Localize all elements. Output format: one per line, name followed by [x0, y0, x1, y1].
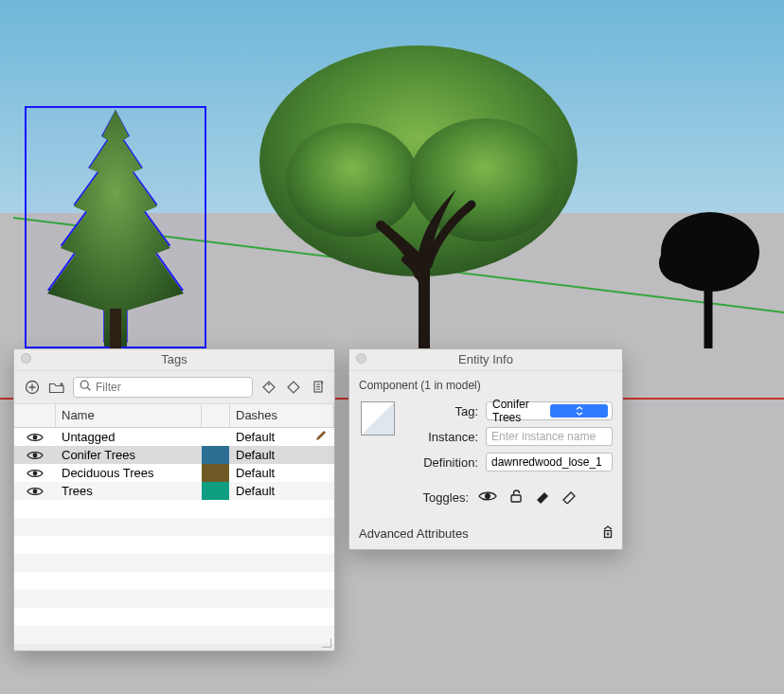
tag-row[interactable]: TreesDefault — [14, 482, 334, 500]
tags-search-input[interactable] — [96, 381, 246, 394]
pencil-icon — [314, 429, 328, 445]
tag-color-swatch[interactable] — [202, 446, 229, 464]
empty-row — [14, 536, 334, 554]
svg-point-15 — [32, 489, 37, 493]
tag-dash[interactable]: Default — [230, 466, 334, 480]
empty-row — [14, 554, 334, 572]
label-instance: Instance: — [412, 430, 486, 444]
entity-info-panel[interactable]: Entity Info Component (1 in model) Tag: … — [348, 348, 623, 550]
tags-header-color[interactable] — [202, 404, 230, 427]
advanced-attributes-row[interactable]: Advanced Attributes — [349, 518, 622, 549]
instance-input[interactable] — [486, 427, 613, 446]
tags-panel[interactable]: Tags Name Dashes UntaggedDefaultConif — [13, 348, 335, 651]
definition-input[interactable] — [486, 453, 613, 472]
visibility-toggle-icon[interactable] — [27, 450, 44, 461]
svg-point-16 — [485, 493, 490, 499]
tag-name[interactable]: Untagged — [56, 430, 202, 444]
svg-point-2 — [286, 123, 419, 237]
tags-panel-title: Tags — [161, 352, 187, 366]
tags-list[interactable]: UntaggedDefaultConifer TreesDefaultDecid… — [14, 428, 334, 644]
add-tag-button[interactable] — [24, 379, 41, 396]
tag-tool-button[interactable] — [260, 379, 277, 396]
tag-name[interactable]: Trees — [56, 484, 202, 498]
tag-dash[interactable]: Default — [230, 484, 334, 498]
tag-color-swatch[interactable] — [202, 482, 229, 500]
svg-point-12 — [32, 435, 37, 439]
empty-row — [14, 500, 334, 518]
svg-rect-7 — [704, 282, 710, 348]
tags-header-name[interactable]: Name — [56, 404, 202, 427]
entity-thumbnail[interactable] — [361, 401, 395, 436]
tag-outline-button[interactable] — [285, 379, 302, 396]
tag-dropdown[interactable]: Conifer Trees — [486, 401, 613, 420]
empty-row — [14, 590, 334, 608]
visibility-toggle-icon[interactable] — [27, 432, 44, 443]
tags-header-row: Name Dashes — [14, 404, 334, 428]
tags-panel-resize-handle[interactable] — [319, 635, 332, 649]
tag-row[interactable]: UntaggedDefault — [14, 428, 334, 446]
entity-info-close-button[interactable] — [356, 353, 366, 364]
label-tag: Tag: — [412, 404, 486, 418]
tags-toolbar — [14, 371, 334, 404]
add-tag-folder-button[interactable] — [48, 379, 65, 396]
empty-row — [14, 608, 334, 626]
svg-point-5 — [659, 242, 708, 284]
entity-info-title: Entity Info — [458, 352, 513, 366]
svg-point-14 — [32, 471, 37, 475]
toggles-row — [476, 489, 613, 507]
tag-name[interactable]: Conifer Trees — [56, 448, 202, 462]
visibility-toggle-icon[interactable] — [27, 468, 44, 479]
tag-color-swatch[interactable] — [202, 464, 229, 482]
tags-search[interactable] — [73, 377, 253, 398]
tags-panel-close-button[interactable] — [21, 353, 31, 364]
entity-info-titlebar[interactable]: Entity Info — [349, 349, 622, 371]
toggle-lock-icon[interactable] — [508, 489, 524, 507]
advanced-attributes-label: Advanced Attributes — [359, 526, 469, 541]
tag-dropdown-value: Conifer Trees — [492, 398, 550, 424]
tree-deciduous[interactable] — [248, 38, 589, 379]
toggle-visible-icon[interactable] — [478, 489, 497, 506]
toggle-shadow-receive-icon[interactable] — [561, 489, 577, 507]
toggle-shadow-cast-icon[interactable] — [535, 489, 550, 507]
visibility-toggle-icon[interactable] — [27, 486, 44, 497]
dropdown-arrow-icon — [550, 404, 608, 418]
tag-row[interactable]: Conifer TreesDefault — [14, 446, 334, 464]
tags-header-visibility[interactable] — [14, 404, 56, 427]
tag-dash[interactable]: Default — [230, 448, 334, 462]
search-icon — [80, 380, 92, 395]
tree-silhouette[interactable] — [644, 206, 767, 348]
svg-point-10 — [268, 383, 270, 385]
tag-name[interactable]: Deciduous Trees — [56, 466, 202, 480]
svg-point-9 — [80, 381, 88, 388]
svg-rect-17 — [511, 495, 521, 502]
tag-row[interactable]: Deciduous TreesDefault — [14, 464, 334, 482]
tags-menu-button[interactable] — [310, 379, 327, 396]
tag-dash[interactable]: Default — [230, 429, 334, 445]
tree-conifer[interactable] — [28, 110, 203, 350]
empty-row — [14, 626, 334, 644]
label-toggles: Toggles: — [359, 490, 476, 505]
label-definition: Definition: — [412, 455, 486, 470]
svg-rect-0 — [110, 309, 121, 350]
svg-point-13 — [32, 453, 37, 457]
tags-panel-titlebar[interactable]: Tags — [14, 349, 334, 371]
empty-row — [14, 518, 334, 536]
empty-row — [14, 572, 334, 590]
tags-header-dashes[interactable]: Dashes — [230, 404, 334, 427]
expand-icon — [601, 525, 615, 542]
entity-info-subtitle: Component (1 in model) — [349, 371, 622, 398]
